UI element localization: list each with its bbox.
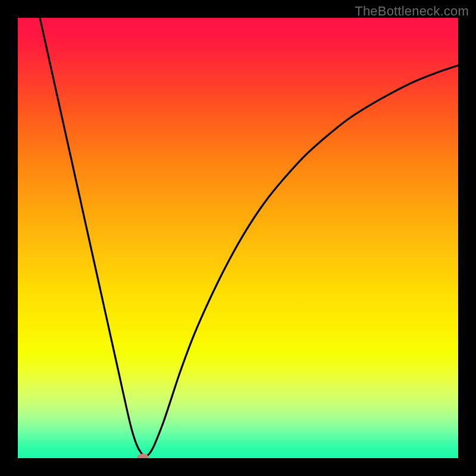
bottleneck-curve (40, 18, 458, 456)
plot-area (18, 18, 458, 458)
watermark-text: TheBottleneck.com (355, 4, 469, 19)
minimum-marker (137, 454, 149, 458)
curve-svg (18, 18, 458, 458)
chart-frame: TheBottleneck.com (0, 0, 476, 476)
